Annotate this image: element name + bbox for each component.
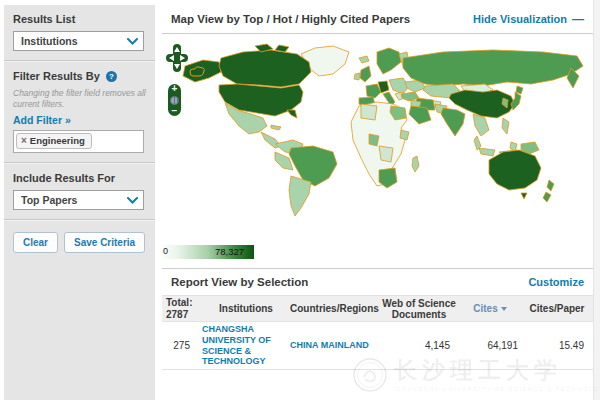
main-panel: Map View by Top / Hot / Highly Cited Pap… [162,5,593,400]
column-cites-per-paper[interactable]: Cites/Paper [522,303,592,314]
zoom-out-icon[interactable]: − [172,107,178,115]
documents-value: 4,145 [380,340,458,351]
table-row: 275 CHANGSHA UNIVERSITY OF SCIENCE & TEC… [162,322,593,370]
filter-tag-label: Engineering [30,135,85,146]
legend-min-value: 0 [163,246,168,256]
remove-tag-icon[interactable]: × [21,135,27,146]
chevron-down-icon [127,38,138,45]
column-countries[interactable]: Countries/Regions [290,303,380,314]
country-iceland[interactable] [359,56,369,63]
report-header: Report View by Selection Customize [162,268,593,295]
country-algeria[interactable] [361,104,377,120]
country-scandinavia[interactable] [377,48,401,74]
results-list-select[interactable]: Institutions [13,31,144,51]
chevron-down-icon [127,197,138,204]
country-tasmania[interactable] [521,193,527,199]
hand-cursor-icon [189,63,205,81]
country-nigeria[interactable] [369,134,379,146]
column-total: Total: 2787 [162,297,202,321]
country-canada[interactable] [219,50,311,87]
esi-app-window: Results List Institutions Filter Results… [0,0,600,400]
column-cites[interactable]: Cites [458,303,522,314]
save-criteria-button[interactable]: Save Criteria [64,232,145,253]
country-new-zealand-north[interactable] [547,180,554,191]
country-ethiopia[interactable] [400,130,409,140]
country-russia[interactable] [403,50,583,86]
add-filter-link[interactable]: Add Filter » [13,114,71,126]
watermark-english-text: CHANGSHA UNIVERSITY OF SCIENCE & TECHNOL… [396,386,600,392]
row-count: 275 [162,340,202,351]
map-zoom-control[interactable]: + − [168,84,181,116]
country-uk[interactable] [360,66,371,82]
vertical-scrollbar[interactable] [593,0,600,400]
map-title: Map View by Top / Hot / Highly Cited Pap… [171,13,410,25]
map-pan-control[interactable] [164,44,190,72]
column-documents[interactable]: Web of Science Documents [380,298,458,320]
map-visualization: + − 0 78,327 [162,34,593,268]
customize-link[interactable]: Customize [528,276,584,288]
country-japan-hokkaido[interactable] [516,86,523,94]
results-list-section: Results List Institutions [4,5,155,60]
results-list-label: Results List [13,13,146,25]
sidebar: Results List Institutions Filter Results… [4,5,155,400]
country-drc[interactable] [379,146,393,162]
country-madagascar[interactable] [412,156,419,172]
active-filters-box: × Engineering [13,130,144,153]
include-results-section: Include Results For Top Papers [4,164,155,219]
hide-visualization-label: Hide Visualization [473,13,567,25]
sort-desc-icon [501,307,507,311]
country-australia[interactable] [489,150,541,190]
map-header: Map View by Top / Hot / Highly Cited Pap… [162,5,593,34]
country-philippines[interactable] [502,118,509,134]
include-results-value: Top Papers [21,194,77,206]
globe-reset-icon[interactable] [170,96,179,105]
country-indochina[interactable] [473,114,489,136]
report-title: Report View by Selection [171,276,308,288]
collapse-icon: — [572,12,584,26]
cites-per-paper-value: 15.49 [522,340,592,351]
include-results-select[interactable]: Top Papers [13,190,144,210]
filter-note: Changing the filter field removes all cu… [13,88,146,109]
country-link[interactable]: CHINA MAINLAND [290,340,380,351]
zoom-in-icon[interactable]: + [172,85,178,93]
include-results-label: Include Results For [13,172,146,184]
country-usa-florida[interactable] [287,110,297,118]
institution-link[interactable]: CHANGSHA UNIVERSITY OF SCIENCE & TECHNOL… [202,324,290,366]
hide-visualization-link[interactable]: Hide Visualization — [473,12,584,26]
cites-value: 64,191 [458,340,522,351]
country-ireland[interactable] [354,73,360,80]
country-cuba[interactable] [271,125,281,130]
help-icon[interactable]: ? [106,71,117,82]
country-argentina-chile[interactable] [289,176,311,216]
sidebar-actions: Clear Save Criteria [4,221,155,264]
map-legend: 0 78,327 [162,245,254,259]
legend-max-value: 78,327 [215,246,244,257]
filter-by-label: Filter Results By [13,70,100,82]
clear-button[interactable]: Clear [13,232,58,253]
results-list-value: Institutions [21,35,78,47]
country-new-zealand-south[interactable] [543,192,551,202]
country-indonesia-sumatra[interactable] [479,148,495,156]
column-institutions[interactable]: Institutions [202,303,290,314]
country-india[interactable] [441,108,465,136]
table-header-row: Total: 2787 Institutions Countries/Regio… [162,295,593,322]
filter-section: Filter Results By ? Changing the filter … [4,62,155,162]
world-choropleth-map[interactable] [163,40,593,240]
filter-tag-engineering[interactable]: × Engineering [16,133,92,149]
